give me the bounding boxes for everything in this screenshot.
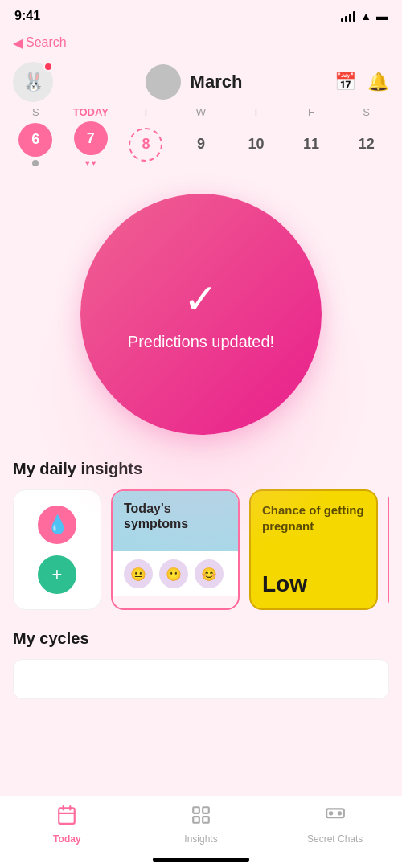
symptom-icon-2: 😶 bbox=[159, 559, 188, 588]
pregnancy-card[interactable]: Chance of getting pregnant Low bbox=[249, 489, 378, 610]
cycles-section: My cycles bbox=[0, 613, 402, 699]
status-bar: 9:41 ▲ ▬ bbox=[0, 0, 402, 29]
symptoms-card[interactable]: Today's symptoms 😐 😶 😊 bbox=[111, 489, 240, 610]
heart-icon-1: ♥ bbox=[85, 158, 90, 167]
back-label: Search bbox=[26, 35, 67, 50]
checkmark-icon: ✓ bbox=[183, 278, 219, 320]
avatar-notification-dot bbox=[43, 62, 53, 72]
day-label-t1: T bbox=[123, 106, 168, 118]
day-numbers: 6 7 ♥ ♥ 8 9 10 11 12 bbox=[8, 121, 394, 167]
heart-dots-7: ♥ ♥ bbox=[85, 158, 96, 167]
day-labels: S TODAY T W T F S bbox=[8, 106, 394, 118]
cycles-title: My cycles bbox=[13, 629, 389, 648]
day-number-7: 7 bbox=[74, 121, 108, 155]
phase-circle bbox=[146, 64, 181, 100]
wifi-icon: ▲ bbox=[360, 10, 371, 23]
tab-insights[interactable]: Insights bbox=[134, 805, 269, 845]
bell-icon[interactable]: 🔔 bbox=[367, 72, 389, 92]
day-number-8: 8 bbox=[129, 128, 162, 162]
insights-title: My daily insights bbox=[13, 460, 389, 478]
day-number-10: 10 bbox=[240, 128, 273, 162]
calendar-strip: S TODAY T W T F S 6 7 ♥ ♥ 8 9 10 11 bbox=[0, 106, 402, 174]
circle-text: Predictions updated! bbox=[128, 333, 274, 351]
day-label-f: F bbox=[289, 106, 334, 118]
secret-chats-tab-label: Secret Chats bbox=[307, 833, 363, 845]
day-number-12: 12 bbox=[350, 128, 384, 162]
main-circle[interactable]: ✓ Predictions updated! bbox=[80, 194, 322, 435]
day-cell-10[interactable]: 10 bbox=[234, 128, 279, 162]
tab-secret-chats[interactable]: Secret Chats bbox=[268, 805, 402, 845]
day-cell-9[interactable]: 9 bbox=[178, 128, 224, 162]
day-label-t2: T bbox=[234, 106, 279, 118]
status-icons: ▲ ▬ bbox=[341, 10, 388, 23]
symptoms-label: Today's symptoms bbox=[124, 501, 227, 531]
partial-card[interactable]: R... a... S... bbox=[388, 489, 389, 610]
symptoms-card-bottom: 😐 😶 😊 bbox=[113, 551, 238, 596]
blood-drop-icon: 💧 bbox=[38, 506, 76, 544]
symptoms-card-top: Today's symptoms bbox=[113, 491, 238, 551]
insights-tab-icon bbox=[191, 805, 211, 830]
day-label-today: TODAY bbox=[68, 106, 113, 118]
home-indicator bbox=[153, 858, 249, 862]
cycles-preview bbox=[13, 659, 389, 699]
day-label-s1: S bbox=[13, 106, 58, 118]
svg-rect-7 bbox=[203, 817, 209, 823]
day-number-11: 11 bbox=[294, 128, 328, 162]
main-circle-area: ✓ Predictions updated! bbox=[0, 174, 402, 447]
add-log-card[interactable]: 💧 + bbox=[13, 489, 101, 610]
svg-rect-6 bbox=[193, 817, 199, 823]
insights-section: My daily insights 💧 + Today's symptoms 😐… bbox=[0, 447, 402, 613]
day-label-s2: S bbox=[344, 106, 389, 118]
svg-rect-5 bbox=[203, 807, 209, 813]
day-cell-12[interactable]: 12 bbox=[344, 128, 389, 162]
avatar-container[interactable]: 🐰 bbox=[13, 62, 53, 102]
back-chevron-icon: ◀ bbox=[13, 35, 23, 51]
svg-point-8 bbox=[330, 812, 332, 814]
today-tab-label: Today bbox=[53, 833, 80, 845]
nav-bar: ◀ Search bbox=[0, 29, 402, 58]
svg-point-9 bbox=[338, 812, 340, 814]
signal-icon bbox=[341, 10, 355, 22]
day-label-w: W bbox=[178, 106, 224, 118]
header: 🐰 March 📅 🔔 bbox=[0, 58, 402, 106]
add-icon: + bbox=[38, 555, 76, 594]
header-center: March bbox=[53, 64, 334, 100]
status-time: 9:41 bbox=[14, 9, 40, 23]
symptom-icon-3: 😊 bbox=[195, 559, 224, 588]
battery-icon: ▬ bbox=[376, 10, 388, 23]
day-number-9: 9 bbox=[184, 128, 218, 162]
day-cell-7[interactable]: 7 ♥ ♥ bbox=[68, 121, 113, 167]
month-title: March bbox=[191, 72, 243, 92]
pregnancy-value: Low bbox=[262, 571, 365, 597]
cards-row: 💧 + Today's symptoms 😐 😶 😊 Chance of get… bbox=[13, 489, 389, 613]
day-cell-6[interactable]: 6 bbox=[13, 123, 58, 166]
day-number-6: 6 bbox=[18, 123, 52, 157]
heart-icon-2: ♥ bbox=[92, 158, 96, 167]
back-button[interactable]: ◀ Search bbox=[13, 35, 67, 51]
svg-rect-4 bbox=[193, 807, 199, 813]
day-cell-11[interactable]: 11 bbox=[289, 128, 334, 162]
secret-chats-tab-icon bbox=[325, 805, 346, 830]
today-tab-icon bbox=[56, 805, 77, 830]
insights-tab-label: Insights bbox=[184, 833, 217, 845]
day-cell-8[interactable]: 8 bbox=[123, 128, 168, 162]
tab-today[interactable]: Today bbox=[0, 805, 134, 845]
day-dot-6 bbox=[32, 160, 39, 166]
symptom-icon-1: 😐 bbox=[124, 559, 153, 588]
header-icons: 📅 🔔 bbox=[334, 72, 389, 92]
svg-rect-0 bbox=[59, 808, 76, 824]
calendar-icon[interactable]: 📅 bbox=[334, 72, 356, 92]
pregnancy-label: Chance of getting pregnant bbox=[262, 502, 365, 534]
